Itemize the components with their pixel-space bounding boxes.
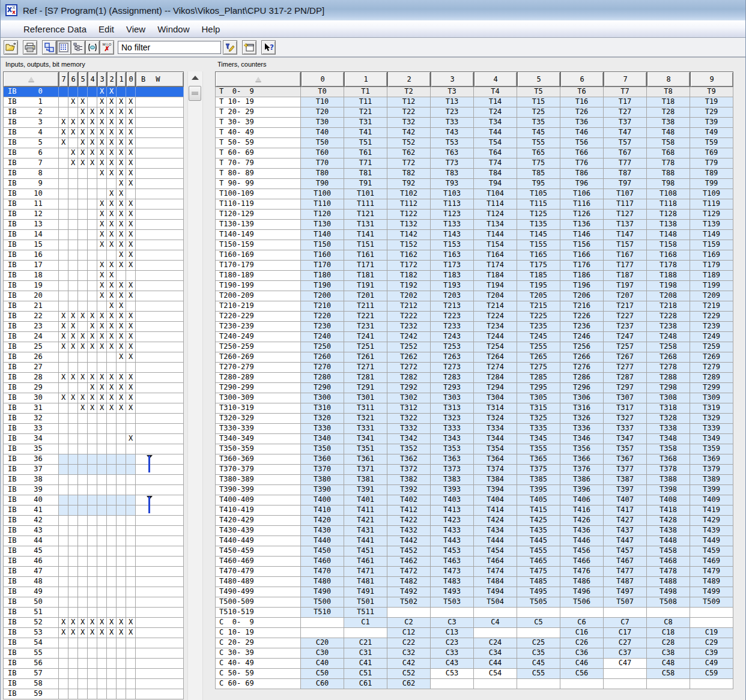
assignment-cell[interactable]: T450	[301, 546, 344, 557]
bit-cell[interactable]: X	[126, 618, 136, 628]
bit-cell[interactable]	[59, 567, 68, 577]
vertical-scrollbar[interactable]	[187, 71, 203, 700]
byte-word-cell[interactable]	[136, 87, 184, 97]
bit-cell[interactable]: X	[107, 107, 117, 118]
row-label[interactable]: IB 53	[3, 628, 59, 638]
assignment-cell[interactable]: T508	[647, 597, 690, 608]
assignment-cell[interactable]: T357	[604, 444, 647, 454]
assignment-cell[interactable]: T165	[517, 250, 560, 261]
assignment-cell[interactable]	[604, 679, 647, 689]
bit-cell[interactable]	[68, 597, 78, 608]
assignment-cell[interactable]: T184	[474, 271, 517, 281]
bit-cell[interactable]: X	[88, 107, 97, 118]
bit-cell[interactable]	[78, 659, 88, 669]
byte-word-cell[interactable]	[136, 679, 184, 689]
bit-cell[interactable]: X	[126, 169, 136, 179]
bit-cell[interactable]: X	[107, 312, 117, 322]
assignment-cell[interactable]: T306	[560, 393, 604, 403]
assignment-cell[interactable]: T341	[344, 434, 387, 444]
bit-cell[interactable]	[97, 597, 107, 608]
bit-cell[interactable]	[59, 261, 68, 271]
row-label[interactable]: C 30- 39	[215, 648, 301, 659]
bit-cell[interactable]: X	[97, 628, 107, 638]
bit-cell[interactable]: X	[126, 250, 136, 261]
bit-cell[interactable]: X	[117, 210, 126, 220]
row-label[interactable]: IB 23	[3, 322, 59, 332]
assignment-cell[interactable]: T303	[431, 393, 474, 403]
assignment-cell[interactable]: T304	[474, 393, 517, 403]
table-row[interactable]: IB 9XX	[3, 179, 184, 189]
bit-cell[interactable]	[78, 546, 88, 557]
assignment-cell[interactable]: C37	[604, 648, 647, 659]
row-label[interactable]: IB 7	[3, 158, 59, 169]
bit-cell[interactable]: X	[126, 107, 136, 118]
bit-cell[interactable]: X	[97, 373, 107, 383]
bit-cell[interactable]	[117, 608, 126, 618]
assignment-cell[interactable]: T489	[690, 577, 733, 587]
byte-word-cell[interactable]	[136, 230, 184, 240]
table-row[interactable]: T430-439T430T431T432T433T434T435T436T437…	[215, 526, 733, 536]
table-row[interactable]: IB 7XXXXXXX	[3, 158, 184, 169]
row-label[interactable]: T430-439	[215, 526, 301, 536]
assignment-cell[interactable]: C30	[301, 648, 344, 659]
bit-cell[interactable]	[126, 638, 136, 648]
assignment-cell[interactable]: T302	[387, 393, 431, 403]
assignment-cell[interactable]: T313	[431, 403, 474, 414]
assignment-cell[interactable]: T451	[344, 546, 387, 557]
table-row[interactable]: T370-379T370T371T372T373T374T375T376T377…	[215, 465, 733, 475]
table-row[interactable]: IB 49	[3, 587, 184, 597]
assignment-cell[interactable]: C21	[344, 638, 387, 648]
bit-cell[interactable]: X	[59, 618, 68, 628]
bit-cell[interactable]	[117, 271, 126, 281]
bit-cell[interactable]: X	[59, 138, 68, 148]
assignment-cell[interactable]: C53	[431, 669, 474, 679]
assignment-cell[interactable]: T363	[431, 454, 474, 465]
bit-cell[interactable]: X	[68, 312, 78, 322]
assignment-cell[interactable]: T222	[387, 312, 431, 322]
assignment-cell[interactable]: T110	[301, 199, 344, 210]
assignment-cell[interactable]: C40	[301, 659, 344, 669]
assignment-cell[interactable]: T456	[560, 546, 604, 557]
assignment-cell[interactable]: T170	[301, 261, 344, 271]
assignment-cell[interactable]: T312	[387, 403, 431, 414]
assignment-cell[interactable]: T201	[344, 291, 387, 301]
bit-cell[interactable]: X	[68, 618, 78, 628]
bit-cell[interactable]	[107, 557, 117, 567]
assignment-cell[interactable]: T47	[604, 128, 647, 138]
row-label[interactable]: T 50- 59	[215, 138, 301, 148]
byte-word-cell[interactable]	[136, 597, 184, 608]
bit-cell[interactable]: X	[117, 322, 126, 332]
byte-word-cell[interactable]	[136, 128, 184, 138]
assignment-cell[interactable]: C35	[517, 648, 560, 659]
bit-cell[interactable]	[88, 271, 97, 281]
assignment-cell[interactable]: T143	[431, 230, 474, 240]
assignment-cell[interactable]: T129	[690, 210, 733, 220]
bit-cell[interactable]	[88, 587, 97, 597]
bit-cell[interactable]	[78, 210, 88, 220]
table-row[interactable]: IB 11XXXX	[3, 199, 184, 210]
bit-cell[interactable]	[117, 689, 126, 699]
row-label[interactable]: IB 8	[3, 169, 59, 179]
assignment-cell[interactable]: T334	[474, 424, 517, 434]
table-row[interactable]: C 0- 9C1C2C3C4C5C6C7C8	[215, 618, 733, 628]
assignment-cell[interactable]: T31	[344, 118, 387, 128]
assignment-cell[interactable]: T382	[387, 475, 431, 485]
bit-cell[interactable]	[68, 210, 78, 220]
assignment-cell[interactable]: T55	[517, 138, 560, 148]
assignment-cell[interactable]: T484	[474, 577, 517, 587]
assignment-cell[interactable]: T227	[604, 312, 647, 322]
bit-cell[interactable]	[107, 546, 117, 557]
bit-cell[interactable]: X	[117, 169, 126, 179]
bit-cell[interactable]: X	[68, 332, 78, 342]
assignment-cell[interactable]: T344	[474, 434, 517, 444]
bit-cell[interactable]	[97, 689, 107, 699]
assignment-cell[interactable]: C33	[431, 648, 474, 659]
bit-cell[interactable]: X	[117, 373, 126, 383]
row-label[interactable]: T150-159	[215, 240, 301, 250]
assignment-cell[interactable]: T8	[647, 87, 690, 97]
assignment-cell[interactable]: T417	[604, 505, 647, 516]
assignment-cell[interactable]: T293	[431, 383, 474, 393]
bit-cell[interactable]	[97, 301, 107, 312]
bit-cell[interactable]	[97, 659, 107, 669]
assignment-cell[interactable]: T95	[517, 179, 560, 189]
